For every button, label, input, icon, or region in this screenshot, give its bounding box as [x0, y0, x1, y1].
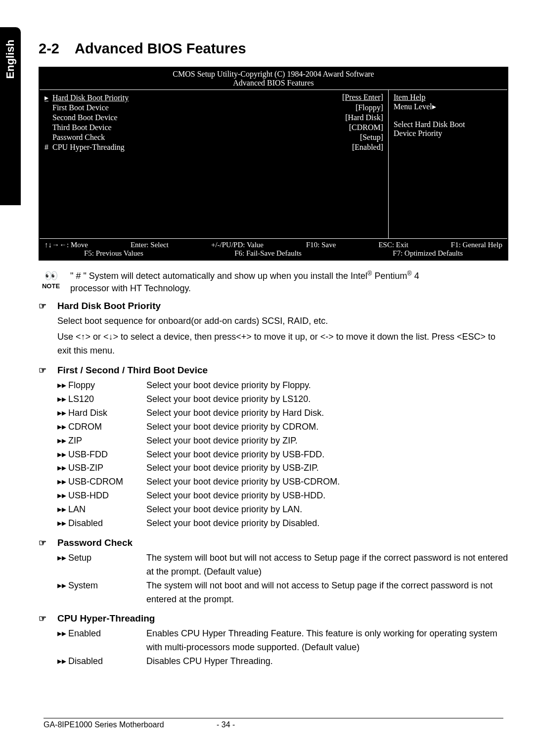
- list-item: ▸▸CDROMSelect your boot device priority …: [39, 420, 508, 434]
- note-text: " # " System will detect automatically a…: [70, 269, 508, 295]
- item-label: LS120: [68, 393, 146, 406]
- item-desc: Select your boot device priority by USB-…: [146, 461, 508, 475]
- double-arrow-icon: ▸▸: [57, 655, 68, 668]
- option-heading: First / Second / Third Boot Device: [57, 365, 208, 376]
- menu-level: Menu Level▸: [394, 102, 502, 111]
- option-desc: Use <↑> or <↓> to select a device, then …: [39, 330, 508, 358]
- bios-item[interactable]: Third Boot Device [CDROM]: [44, 123, 383, 132]
- list-item: ▸▸DisabledSelect your boot device priori…: [39, 517, 508, 531]
- note-block: 👀 NOTE " # " System will detect automati…: [39, 269, 508, 295]
- item-label: Disabled: [68, 517, 146, 531]
- item-desc: Select your boot device priority by Hard…: [146, 406, 508, 420]
- item-desc: Select your boot device priority by USB-…: [146, 475, 508, 489]
- hand-icon: ☞: [39, 301, 52, 311]
- option-heading: Hard Disk Boot Priority: [57, 301, 161, 311]
- double-arrow-icon: ▸▸: [57, 393, 68, 406]
- bios-item[interactable]: First Boot Device [Floppy]: [44, 103, 383, 112]
- item-desc: Select your boot device priority by CDRO…: [146, 420, 508, 434]
- item-desc: The system will not boot and will not ac…: [146, 579, 508, 607]
- item-label: ZIP: [68, 434, 146, 448]
- bios-item[interactable]: # CPU Hyper-Threading [Enabled]: [44, 143, 383, 152]
- item-desc: Select your boot device priority by LS12…: [146, 393, 508, 406]
- item-label: System: [68, 579, 146, 607]
- hand-icon: ☞: [39, 365, 52, 376]
- list-item: ▸▸Hard DiskSelect your boot device prior…: [39, 406, 508, 420]
- item-label: Floppy: [68, 379, 146, 393]
- list-item: ▸▸USB-CDROMSelect your boot device prior…: [39, 475, 508, 489]
- bios-copyright: CMOS Setup Utility-Copyright (C) 1984-20…: [42, 70, 505, 79]
- list-item: ▸▸SetupThe system will boot but will not…: [39, 551, 508, 579]
- item-label: Setup: [68, 551, 146, 579]
- page-content: 2-2 Advanced BIOS Features CMOS Setup Ut…: [39, 41, 508, 675]
- bios-title: Advanced BIOS Features: [42, 79, 505, 88]
- bios-left-panel: ▸ Hard Disk Boot Priority [Press Enter] …: [40, 90, 389, 238]
- option-section-hyperthreading: ☞ CPU Hyper-Threading ▸▸EnabledEnables C…: [39, 613, 508, 668]
- double-arrow-icon: ▸▸: [57, 448, 68, 462]
- double-arrow-icon: ▸▸: [57, 627, 68, 655]
- section-title: 2-2 Advanced BIOS Features: [39, 41, 508, 57]
- language-label: English: [4, 40, 17, 79]
- item-desc: Select your boot device priority by Disa…: [146, 517, 508, 531]
- bios-help-panel: Item Help Menu Level▸ Select Hard Disk B…: [389, 90, 507, 238]
- help-desc-2: Device Priority: [394, 129, 502, 138]
- item-label: Hard Disk: [68, 406, 146, 420]
- item-desc: Select your boot device priority by LAN.: [146, 503, 508, 517]
- double-arrow-icon: ▸▸: [57, 461, 68, 475]
- footer-page-number: - 34 -: [217, 720, 235, 729]
- item-desc: Disables CPU Hyper Threading.: [146, 655, 508, 668]
- section-number: 2-2: [39, 41, 59, 56]
- double-arrow-icon: ▸▸: [57, 503, 68, 517]
- double-arrow-icon: ▸▸: [57, 475, 68, 489]
- option-heading: CPU Hyper-Threading: [57, 613, 155, 624]
- list-item: ▸▸USB-ZIPSelect your boot device priorit…: [39, 461, 508, 475]
- item-label: Disabled: [68, 655, 146, 668]
- page-footer: GA-8IPE1000 Series Motherboard - 34 -: [44, 718, 503, 729]
- bios-item[interactable]: Second Boot Device [Hard Disk]: [44, 113, 383, 122]
- option-desc: Select boot sequence for onboard(or add-…: [39, 314, 508, 328]
- item-label: USB-HDD: [68, 489, 146, 503]
- help-desc-1: Select Hard Disk Boot: [394, 120, 502, 129]
- bios-screen: CMOS Setup Utility-Copyright (C) 1984-20…: [39, 67, 508, 261]
- item-desc: Select your boot device priority by USB-…: [146, 489, 508, 503]
- list-item: ▸▸LANSelect your boot device priority by…: [39, 503, 508, 517]
- item-label: LAN: [68, 503, 146, 517]
- double-arrow-icon: ▸▸: [57, 579, 68, 607]
- list-item: ▸▸EnabledEnables CPU Hyper Threading Fea…: [39, 627, 508, 655]
- section-heading: Advanced BIOS Features: [75, 41, 246, 56]
- bios-header: CMOS Setup Utility-Copyright (C) 1984-20…: [40, 68, 507, 90]
- language-tab: English: [0, 27, 21, 205]
- item-desc: The system will boot but will not access…: [146, 551, 508, 579]
- double-arrow-icon: ▸▸: [57, 406, 68, 420]
- item-label: USB-ZIP: [68, 461, 146, 475]
- hand-icon: ☞: [39, 613, 52, 624]
- item-desc: Enables CPU Hyper Threading Feature. Thi…: [146, 627, 508, 655]
- double-arrow-icon: ▸▸: [57, 379, 68, 393]
- double-arrow-icon: ▸▸: [57, 517, 68, 531]
- list-item: ▸▸USB-FDDSelect your boot device priorit…: [39, 448, 508, 462]
- list-item: ▸▸LS120Select your boot device priority …: [39, 393, 508, 406]
- option-section-password: ☞ Password Check ▸▸SetupThe system will …: [39, 537, 508, 607]
- bios-item[interactable]: Password Check [Setup]: [44, 133, 383, 142]
- item-help-title: Item Help: [394, 93, 502, 102]
- footer-product: GA-8IPE1000 Series Motherboard: [44, 720, 217, 729]
- item-label: USB-CDROM: [68, 475, 146, 489]
- option-section-boot-device: ☞ First / Second / Third Boot Device ▸▸F…: [39, 365, 508, 531]
- bios-item[interactable]: ▸ Hard Disk Boot Priority [Press Enter]: [44, 93, 383, 102]
- double-arrow-icon: ▸▸: [57, 551, 68, 579]
- list-item: ▸▸ZIPSelect your boot device priority by…: [39, 434, 508, 448]
- item-label: CDROM: [68, 420, 146, 434]
- item-label: Enabled: [68, 627, 146, 655]
- list-item: ▸▸SystemThe system will not boot and wil…: [39, 579, 508, 607]
- item-label: USB-FDD: [68, 448, 146, 462]
- double-arrow-icon: ▸▸: [57, 420, 68, 434]
- list-item: ▸▸FloppySelect your boot device priority…: [39, 379, 508, 393]
- item-desc: Select your boot device priority by Flop…: [146, 379, 508, 393]
- list-item: ▸▸USB-HDDSelect your boot device priorit…: [39, 489, 508, 503]
- hand-icon: ☞: [39, 537, 52, 548]
- list-item: ▸▸DisabledDisables CPU Hyper Threading.: [39, 655, 508, 668]
- option-section-hdd-priority: ☞ Hard Disk Boot Priority Select boot se…: [39, 301, 508, 358]
- note-icon: 👀 NOTE: [39, 269, 63, 290]
- bios-footer: ↑↓→←: Move Enter: Select +/-/PU/PD: Valu…: [40, 238, 507, 260]
- item-desc: Select your boot device priority by ZIP.: [146, 434, 508, 448]
- double-arrow-icon: ▸▸: [57, 434, 68, 448]
